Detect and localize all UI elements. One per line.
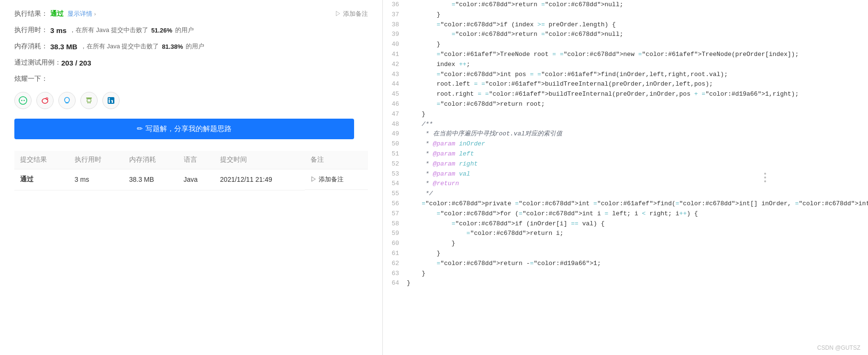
line-content: ="color:#61afef">TreeNode root = ="color… [407,50,868,60]
line-content: * @param inOrder [407,139,868,149]
line-content: root.right = ="color:#61afef">buildTreeI… [407,89,868,100]
line-content: ="color:#c678dd">private ="color:#c678dd… [407,199,868,209]
svg-rect-6 [66,102,68,103]
line-number: 56 [383,199,407,209]
submission-result[interactable]: 通过 [14,169,69,190]
code-editor-panel: 36 ="color:#c678dd">return ="color:#c678… [383,0,868,355]
line-content: /** [407,120,868,130]
memory-label: 内存消耗： [14,42,50,51]
line-content: ="color:#c678dd">return ="color:#c678dd"… [407,30,868,40]
execution-time-suffix: 的用户 [175,26,194,34]
test-cases-row: 通过测试用例： 203 / 203 [14,58,368,67]
line-content: root.left = ="color:#61afef">buildTreeIn… [407,79,868,89]
code-line: 37 } [383,10,868,20]
add-note-top-button[interactable]: ▷ 添加备注 [335,10,368,18]
code-line: 51 * @param left [383,149,868,159]
code-line: 38 ="color:#c678dd">if (index >= preOrde… [383,20,868,30]
test-cases-label: 通过测试用例： [14,58,61,67]
line-content: */ [407,189,868,199]
share-row: 炫耀一下： [14,75,368,88]
panel-divider [764,173,766,182]
show-detail-link[interactable]: 显示详情 › [67,10,96,18]
line-number: 40 [383,40,407,50]
line-number: 41 [383,50,407,60]
douban-icon[interactable] [80,92,98,109]
code-line: 54 * @return [383,179,868,189]
svg-point-1 [21,100,22,101]
code-line: 64} [383,278,868,288]
svg-rect-10 [89,102,90,103]
code-line: 53 * @param val [383,169,868,179]
line-content: } [407,269,868,279]
line-content: ="color:#c678dd">return ="color:#c678dd"… [407,0,868,10]
code-line: 44 root.left = ="color:#61afef">buildTre… [383,79,868,89]
line-number: 53 [383,169,407,179]
execution-time-sub: ，在所有 Java 提交中击败了 [69,26,148,34]
code-line: 47 } [383,110,868,120]
execution-result-label: 执行结果： [14,10,50,18]
line-content: } [407,40,868,50]
code-viewer[interactable]: 36 ="color:#c678dd">return ="color:#c678… [383,0,868,355]
line-number: 45 [383,89,407,100]
line-content: index ++; [407,60,868,70]
memory-value: 38.3 MB [50,43,78,51]
linkedin-icon[interactable] [102,92,120,109]
svg-rect-8 [87,99,91,102]
execution-time-label: 执行用时： [14,26,50,34]
code-line: 55 */ [383,189,868,199]
line-number: 38 [383,20,407,30]
code-line: 50 * @param inOrder [383,139,868,149]
line-content: ="color:#c678dd">if (inOrder[i] == val) … [407,219,868,229]
col-header-result: 提交结果 [14,151,69,169]
line-number: 64 [383,278,407,288]
line-content: ="color:#c678dd">return i; [407,229,868,239]
share-label: 炫耀一下： [14,75,48,83]
code-line: 46 ="color:#c678dd">return root; [383,100,868,110]
memory-pct: 81.38% [162,43,183,50]
line-number: 55 [383,189,407,199]
code-line: 60 } [383,239,868,249]
code-line: 52 * @param right [383,159,868,169]
col-header-lang: 语言 [178,151,214,169]
line-number: 36 [383,0,407,10]
line-number: 52 [383,159,407,169]
divider-dot-2 [764,177,766,178]
qq-icon[interactable] [58,92,76,109]
code-line: 57 ="color:#c678dd">for (="color:#c678dd… [383,209,868,219]
line-number: 49 [383,129,407,139]
line-content: ="color:#c678dd">return root; [407,100,868,110]
write-solution-button[interactable]: ✏ 写题解，分享我的解题思路 [14,119,354,139]
line-number: 39 [383,30,407,40]
wechat-icon[interactable] [14,92,32,109]
line-content: ="color:#c678dd">if (index >= preOrder.l… [407,20,868,30]
col-header-memory: 内存消耗 [123,151,178,169]
submissions-table: 提交结果 执行用时 内存消耗 语言 提交时间 备注 通过3 ms38.3 MBJ… [14,151,368,190]
memory-sub: ，在所有 Java 提交中击败了 [80,42,159,51]
line-number: 42 [383,60,407,70]
line-number: 58 [383,219,407,229]
svg-rect-9 [88,102,89,103]
code-line: 56 ="color:#c678dd">private ="color:#c67… [383,199,868,209]
pass-badge: 通过 [50,10,64,18]
line-number: 59 [383,229,407,239]
line-number: 63 [383,269,407,279]
divider-dot-3 [764,180,766,182]
svg-rect-7 [86,98,92,99]
weibo-icon[interactable] [36,92,54,109]
submission-memory: 38.3 MB [123,169,178,190]
line-content: * @param left [407,149,868,159]
code-line: 59 ="color:#c678dd">return i; [383,229,868,239]
code-line: 49 * 在当前中序遍历中寻找root.val对应的索引值 [383,129,868,139]
submission-add-note[interactable]: ▷ 添加备注 [305,169,368,190]
submission-time: 3 ms [69,169,123,190]
code-line: 63 } [383,269,868,279]
code-line: 39 ="color:#c678dd">return ="color:#c678… [383,30,868,40]
line-content: ="color:#c678dd">int pos = ="color:#61af… [407,70,868,80]
line-content: } [407,278,868,288]
line-content: * @param right [407,159,868,169]
line-content: * @param val [407,169,868,179]
svg-rect-12 [109,100,110,103]
line-number: 61 [383,249,407,259]
divider-dot-1 [764,173,766,175]
line-content: * 在当前中序遍历中寻找root.val对应的索引值 [407,129,868,139]
